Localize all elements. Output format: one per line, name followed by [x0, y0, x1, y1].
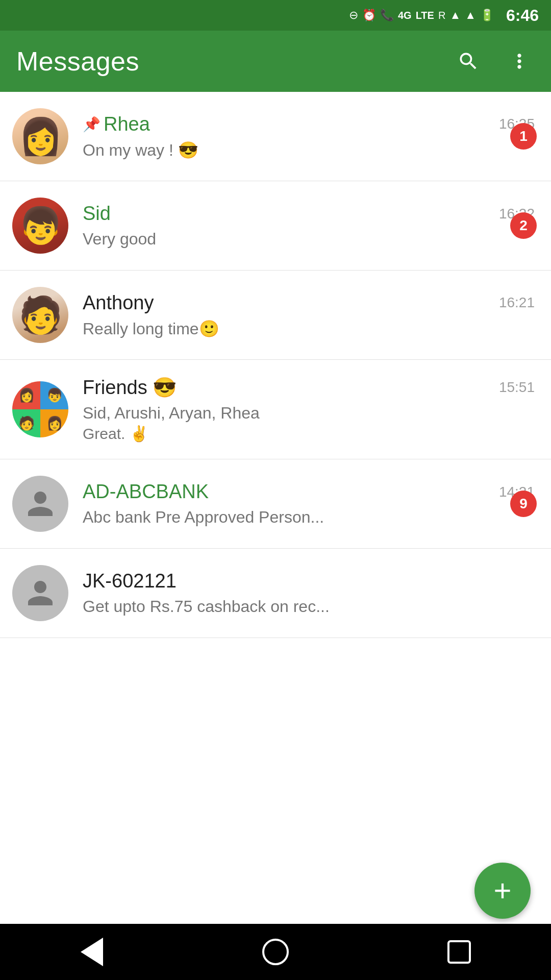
- avatar-anthony: [12, 287, 68, 343]
- message-header-friends: Friends 😎 15:51: [83, 376, 535, 399]
- compose-icon: +: [493, 875, 511, 906]
- message-content-ad-abcbank: AD-ABCBANK 14:21 Abc bank Pre Approved P…: [83, 481, 535, 527]
- status-icons: ⊖ ⏰ 📞 4G LTE R ▲ ▲ 🔋: [349, 9, 494, 22]
- app-title: Messages: [16, 46, 139, 77]
- message-content-jk-602121: JK-602121 Get upto Rs.75 cashback on rec…: [83, 570, 535, 616]
- home-icon: [262, 939, 289, 965]
- avatar-rhea: [12, 108, 68, 164]
- message-header-anthony: Anthony 16:21: [83, 292, 535, 314]
- home-button[interactable]: [245, 934, 306, 970]
- unread-badge-rhea: 1: [510, 123, 537, 150]
- message-content-rhea: 📌 Rhea 16:25 On my way ! 😎: [83, 113, 535, 160]
- group-avatar-1: 👩: [12, 381, 40, 409]
- status-time: 6:46: [506, 6, 539, 25]
- message-time-anthony: 16:21: [499, 295, 535, 311]
- message-content-sid: Sid 16:22 Very good: [83, 203, 535, 249]
- message-header-sid: Sid 16:22: [83, 203, 535, 225]
- group-avatar-4: 👩: [40, 409, 68, 437]
- message-content-friends: Friends 😎 15:51 Sid, Arushi, Aryan, Rhea…: [83, 376, 535, 443]
- message-preview-sid: Very good: [83, 230, 440, 249]
- status-bar: ⊖ ⏰ 📞 4G LTE R ▲ ▲ 🔋 6:46: [0, 0, 551, 31]
- do-not-disturb-icon: ⊖: [349, 9, 358, 22]
- group-avatar-2: 👦: [40, 381, 68, 409]
- message-preview-friends: Great. ✌: [83, 425, 535, 443]
- more-options-button[interactable]: [504, 46, 535, 77]
- message-preview-rhea: On my way ! 😎: [83, 140, 440, 160]
- message-preview-ad-abcbank: Abc bank Pre Approved Person...: [83, 508, 440, 527]
- message-header-ad-abcbank: AD-ABCBANK 14:21: [83, 481, 535, 503]
- name-wrap-rhea: 📌 Rhea: [83, 113, 150, 135]
- contact-name-anthony: Anthony: [83, 292, 154, 314]
- name-wrap-sid: Sid: [83, 203, 111, 225]
- message-header-rhea: 📌 Rhea 16:25: [83, 113, 535, 135]
- back-icon: [81, 938, 103, 966]
- recents-icon: [447, 940, 471, 964]
- avatar-ad-abcbank: [12, 476, 68, 532]
- message-preview-jk-602121: Get upto Rs.75 cashback on rec...: [83, 597, 440, 616]
- name-wrap-jk-602121: JK-602121: [83, 570, 177, 592]
- conversation-jk-602121[interactable]: JK-602121 Get upto Rs.75 cashback on rec…: [0, 549, 551, 638]
- call-icon: 📞: [380, 9, 394, 22]
- group-avatar-3: 🧑: [12, 409, 40, 437]
- 4g-icon: 4G: [398, 10, 412, 21]
- conversation-friends[interactable]: 👩 👦 🧑 👩 Friends 😎 15:51 Sid, Arushi, Ary…: [0, 360, 551, 459]
- search-button[interactable]: [453, 46, 484, 77]
- contact-name-friends: Friends 😎: [83, 376, 177, 399]
- avatar-sid: [12, 198, 68, 254]
- message-header-jk-602121: JK-602121: [83, 570, 535, 592]
- signal2-icon: ▲: [465, 9, 476, 22]
- conversation-anthony[interactable]: Anthony 16:21 Really long time🙂: [0, 271, 551, 360]
- name-wrap-friends: Friends 😎: [83, 376, 177, 399]
- contact-name-ad-abcbank: AD-ABCBANK: [83, 481, 209, 503]
- recents-button[interactable]: [429, 934, 490, 970]
- compose-button[interactable]: +: [474, 863, 531, 919]
- back-button[interactable]: [61, 934, 122, 970]
- message-content-anthony: Anthony 16:21 Really long time🙂: [83, 292, 535, 338]
- roaming-icon: R: [438, 10, 445, 21]
- conversation-rhea[interactable]: 📌 Rhea 16:25 On my way ! 😎 1: [0, 92, 551, 181]
- conversation-ad-abcbank[interactable]: AD-ABCBANK 14:21 Abc bank Pre Approved P…: [0, 459, 551, 549]
- pin-icon: 📌: [83, 116, 101, 133]
- app-bar: Messages: [0, 31, 551, 92]
- name-wrap-ad-abcbank: AD-ABCBANK: [83, 481, 209, 503]
- signal-icon: ▲: [449, 9, 461, 22]
- battery-icon: 🔋: [480, 9, 494, 22]
- message-preview-anthony: Really long time🙂: [83, 319, 440, 338]
- contact-name-rhea: Rhea: [104, 113, 150, 135]
- avatar-friends: 👩 👦 🧑 👩: [12, 381, 68, 437]
- message-subline-friends: Sid, Arushi, Aryan, Rhea: [83, 404, 440, 423]
- conversation-sid[interactable]: Sid 16:22 Very good 2: [0, 181, 551, 271]
- unread-badge-sid: 2: [510, 212, 537, 239]
- message-list: 📌 Rhea 16:25 On my way ! 😎 1 Sid 16:22 V…: [0, 92, 551, 638]
- contact-name-jk-602121: JK-602121: [83, 570, 177, 592]
- app-bar-actions: [453, 46, 535, 77]
- contact-name-sid: Sid: [83, 203, 111, 225]
- alarm-icon: ⏰: [362, 9, 376, 22]
- name-wrap-anthony: Anthony: [83, 292, 154, 314]
- nav-bar: [0, 924, 551, 980]
- message-time-friends: 15:51: [499, 379, 535, 396]
- lte-icon: LTE: [416, 10, 434, 21]
- unread-badge-ad-abcbank: 9: [510, 491, 537, 517]
- avatar-jk-602121: [12, 565, 68, 621]
